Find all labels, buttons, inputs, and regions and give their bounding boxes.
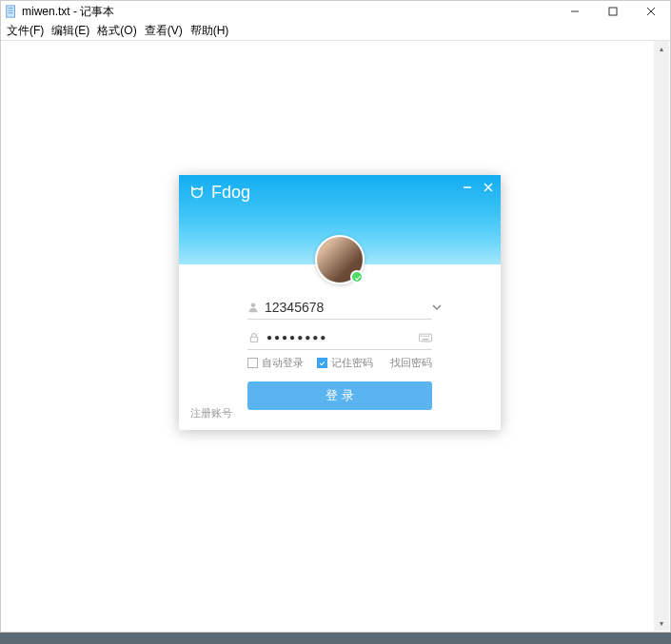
forgot-password-link[interactable]: 找回密码 — [390, 356, 432, 370]
avatar[interactable] — [315, 235, 365, 284]
scroll-up-icon[interactable]: ▴ — [654, 41, 669, 56]
menu-help[interactable]: 帮助(H) — [190, 23, 229, 39]
svg-rect-5 — [609, 8, 617, 15]
remember-label: 记住密码 — [331, 356, 373, 370]
login-close-button[interactable] — [482, 181, 495, 194]
register-link[interactable]: 注册账号 — [190, 406, 232, 420]
checkbox-icon — [247, 358, 258, 368]
titlebar: miwen.txt - 记事本 — [1, 1, 670, 22]
login-dialog: Fdog ●●●●●●●● — [179, 175, 501, 430]
password-field: ●●●●●●●● — [247, 325, 432, 350]
menu-view[interactable]: 查看(V) — [145, 23, 183, 39]
svg-point-15 — [424, 335, 424, 336]
login-form: ●●●●●●●● 自动登录 记住密码 找回密码 登 录 — [247, 295, 432, 410]
brand-logo-icon — [188, 185, 206, 202]
keyboard-icon[interactable] — [419, 331, 432, 344]
menubar: 文件(F) 编辑(E) 格式(O) 查看(V) 帮助(H) — [1, 22, 670, 41]
menu-file[interactable]: 文件(F) — [7, 23, 44, 39]
svg-point-14 — [421, 335, 422, 336]
svg-point-17 — [428, 335, 429, 336]
username-input[interactable] — [265, 300, 431, 315]
close-button[interactable] — [632, 1, 670, 22]
auto-login-checkbox[interactable]: 自动登录 — [247, 356, 304, 370]
chevron-down-icon[interactable] — [431, 301, 443, 314]
login-minimize-button[interactable] — [461, 181, 474, 194]
window-title: miwen.txt - 记事本 — [22, 4, 556, 20]
svg-point-16 — [425, 335, 426, 336]
login-options: 自动登录 记住密码 找回密码 — [247, 356, 432, 370]
minimize-button[interactable] — [556, 1, 594, 22]
username-field — [247, 295, 432, 320]
remember-password-checkbox[interactable]: 记住密码 — [317, 356, 373, 370]
menu-format[interactable]: 格式(O) — [97, 23, 136, 39]
svg-point-11 — [251, 302, 256, 307]
password-input[interactable]: ●●●●●●●● — [266, 332, 419, 342]
scrollbar[interactable]: ▴ ▾ — [654, 41, 669, 631]
checkbox-checked-icon — [317, 358, 327, 368]
auto-login-label: 自动登录 — [262, 356, 304, 370]
menu-edit[interactable]: 编辑(E) — [51, 23, 89, 39]
scroll-down-icon[interactable]: ▾ — [654, 615, 669, 631]
lock-icon — [247, 331, 261, 344]
svg-rect-0 — [7, 6, 15, 17]
maximize-button[interactable] — [594, 1, 632, 22]
svg-rect-13 — [419, 334, 431, 342]
svg-rect-12 — [250, 337, 258, 342]
brand-name: Fdog — [211, 183, 250, 203]
brand: Fdog — [188, 183, 250, 203]
user-icon — [247, 301, 259, 314]
login-button[interactable]: 登 录 — [247, 381, 432, 410]
online-status-icon — [350, 270, 364, 283]
notepad-icon — [5, 5, 18, 18]
